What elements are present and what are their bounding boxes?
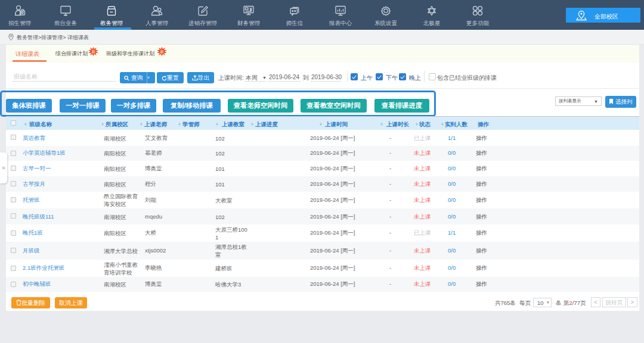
svg-text:新: 新 — [91, 49, 95, 54]
svg-text:新: 新 — [160, 49, 164, 54]
